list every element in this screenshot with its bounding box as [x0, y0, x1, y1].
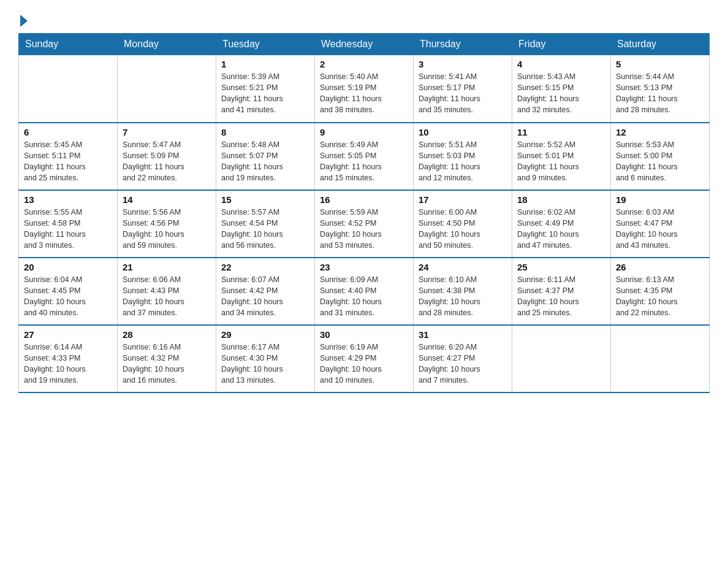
day-info: Sunrise: 6:19 AMSunset: 4:29 PMDaylight:…: [320, 342, 408, 386]
calendar-cell: 17Sunrise: 6:00 AMSunset: 4:50 PMDayligh…: [414, 190, 512, 258]
day-info: Sunrise: 5:57 AMSunset: 4:54 PMDaylight:…: [221, 207, 309, 251]
calendar-cell: 21Sunrise: 6:06 AMSunset: 4:43 PMDayligh…: [118, 258, 216, 325]
calendar-cell: 27Sunrise: 6:14 AMSunset: 4:33 PMDayligh…: [19, 325, 118, 393]
day-info: Sunrise: 5:56 AMSunset: 4:56 PMDaylight:…: [123, 207, 211, 251]
day-info: Sunrise: 5:59 AMSunset: 4:52 PMDaylight:…: [320, 207, 408, 251]
day-info: Sunrise: 6:04 AMSunset: 4:45 PMDaylight:…: [24, 274, 112, 319]
calendar-cell: 19Sunrise: 6:03 AMSunset: 4:47 PMDayligh…: [611, 190, 710, 258]
day-number: 26: [616, 262, 704, 272]
weekday-header-saturday: Saturday: [611, 34, 710, 55]
calendar-cell: 20Sunrise: 6:04 AMSunset: 4:45 PMDayligh…: [19, 258, 118, 325]
calendar-cell: 29Sunrise: 6:17 AMSunset: 4:30 PMDayligh…: [216, 325, 315, 393]
day-info: Sunrise: 6:17 AMSunset: 4:30 PMDaylight:…: [221, 342, 309, 386]
calendar-week-3: 13Sunrise: 5:55 AMSunset: 4:58 PMDayligh…: [19, 190, 710, 258]
day-info: Sunrise: 6:11 AMSunset: 4:37 PMDaylight:…: [517, 274, 605, 319]
weekday-header-thursday: Thursday: [414, 34, 512, 55]
logo-arrow-icon: [20, 15, 28, 27]
page-header: [18, 12, 710, 27]
day-info: Sunrise: 5:47 AMSunset: 5:09 PMDaylight:…: [123, 139, 211, 184]
day-number: 23: [320, 262, 408, 272]
day-number: 25: [517, 262, 605, 272]
logo: [18, 12, 29, 27]
day-number: 19: [616, 194, 704, 205]
calendar-cell: 25Sunrise: 6:11 AMSunset: 4:37 PMDayligh…: [512, 258, 611, 325]
day-info: Sunrise: 6:03 AMSunset: 4:47 PMDaylight:…: [616, 207, 704, 251]
day-info: Sunrise: 6:07 AMSunset: 4:42 PMDaylight:…: [221, 274, 309, 319]
day-number: 14: [123, 194, 211, 205]
day-info: Sunrise: 6:00 AMSunset: 4:50 PMDaylight:…: [419, 207, 507, 251]
calendar-cell: 9Sunrise: 5:49 AMSunset: 5:05 PMDaylight…: [315, 123, 414, 190]
calendar-cell: [118, 55, 216, 123]
weekday-header-tuesday: Tuesday: [216, 34, 315, 55]
calendar-cell: 12Sunrise: 5:53 AMSunset: 5:00 PMDayligh…: [611, 123, 710, 190]
day-number: 13: [24, 194, 112, 205]
day-info: Sunrise: 5:49 AMSunset: 5:05 PMDaylight:…: [320, 139, 408, 184]
day-info: Sunrise: 6:20 AMSunset: 4:27 PMDaylight:…: [419, 342, 507, 386]
calendar-cell: 16Sunrise: 5:59 AMSunset: 4:52 PMDayligh…: [315, 190, 414, 258]
calendar-week-1: 1Sunrise: 5:39 AMSunset: 5:21 PMDaylight…: [19, 55, 710, 123]
day-number: 12: [616, 127, 704, 137]
calendar-cell: 11Sunrise: 5:52 AMSunset: 5:01 PMDayligh…: [512, 123, 611, 190]
calendar-cell: 23Sunrise: 6:09 AMSunset: 4:40 PMDayligh…: [315, 258, 414, 325]
day-number: 9: [320, 127, 408, 137]
day-number: 22: [221, 262, 309, 272]
day-number: 5: [616, 59, 704, 69]
calendar-cell: 4Sunrise: 5:43 AMSunset: 5:15 PMDaylight…: [512, 55, 611, 123]
weekday-header-wednesday: Wednesday: [315, 34, 414, 55]
calendar-week-2: 6Sunrise: 5:45 AMSunset: 5:11 PMDaylight…: [19, 123, 710, 190]
weekday-header-sunday: Sunday: [19, 34, 118, 55]
day-number: 4: [517, 59, 605, 69]
day-number: 31: [419, 329, 507, 340]
calendar-week-5: 27Sunrise: 6:14 AMSunset: 4:33 PMDayligh…: [19, 325, 710, 393]
day-number: 10: [419, 127, 507, 137]
day-info: Sunrise: 6:16 AMSunset: 4:32 PMDaylight:…: [123, 342, 211, 386]
weekday-header-row: SundayMondayTuesdayWednesdayThursdayFrid…: [19, 34, 710, 55]
calendar-body: 1Sunrise: 5:39 AMSunset: 5:21 PMDaylight…: [19, 55, 710, 393]
day-number: 8: [221, 127, 309, 137]
calendar-cell: 13Sunrise: 5:55 AMSunset: 4:58 PMDayligh…: [19, 190, 118, 258]
day-info: Sunrise: 5:41 AMSunset: 5:17 PMDaylight:…: [419, 71, 507, 116]
calendar-cell: [512, 325, 611, 393]
calendar-cell: 14Sunrise: 5:56 AMSunset: 4:56 PMDayligh…: [118, 190, 216, 258]
day-info: Sunrise: 5:55 AMSunset: 4:58 PMDaylight:…: [24, 207, 112, 251]
day-info: Sunrise: 5:52 AMSunset: 5:01 PMDaylight:…: [517, 139, 605, 184]
calendar-cell: 18Sunrise: 6:02 AMSunset: 4:49 PMDayligh…: [512, 190, 611, 258]
calendar-cell: 26Sunrise: 6:13 AMSunset: 4:35 PMDayligh…: [611, 258, 710, 325]
day-info: Sunrise: 5:53 AMSunset: 5:00 PMDaylight:…: [616, 139, 704, 184]
calendar-cell: 6Sunrise: 5:45 AMSunset: 5:11 PMDaylight…: [19, 123, 118, 190]
day-info: Sunrise: 5:40 AMSunset: 5:19 PMDaylight:…: [320, 71, 408, 116]
day-number: 16: [320, 194, 408, 205]
day-number: 20: [24, 262, 112, 272]
weekday-header-monday: Monday: [118, 34, 216, 55]
day-info: Sunrise: 5:43 AMSunset: 5:15 PMDaylight:…: [517, 71, 605, 116]
day-number: 2: [320, 59, 408, 69]
calendar-cell: [19, 55, 118, 123]
weekday-header-friday: Friday: [512, 34, 611, 55]
day-info: Sunrise: 6:06 AMSunset: 4:43 PMDaylight:…: [123, 274, 211, 319]
calendar-header: SundayMondayTuesdayWednesdayThursdayFrid…: [19, 34, 710, 55]
day-info: Sunrise: 5:51 AMSunset: 5:03 PMDaylight:…: [419, 139, 507, 184]
calendar-cell: [611, 325, 710, 393]
day-info: Sunrise: 5:39 AMSunset: 5:21 PMDaylight:…: [221, 71, 309, 116]
day-info: Sunrise: 6:14 AMSunset: 4:33 PMDaylight:…: [24, 342, 112, 386]
day-number: 17: [419, 194, 507, 205]
calendar-cell: 28Sunrise: 6:16 AMSunset: 4:32 PMDayligh…: [118, 325, 216, 393]
calendar-table: SundayMondayTuesdayWednesdayThursdayFrid…: [18, 33, 710, 393]
day-number: 27: [24, 329, 112, 340]
day-info: Sunrise: 6:10 AMSunset: 4:38 PMDaylight:…: [419, 274, 507, 319]
day-number: 15: [221, 194, 309, 205]
calendar-cell: 15Sunrise: 5:57 AMSunset: 4:54 PMDayligh…: [216, 190, 315, 258]
calendar-cell: 2Sunrise: 5:40 AMSunset: 5:19 PMDaylight…: [315, 55, 414, 123]
calendar-week-4: 20Sunrise: 6:04 AMSunset: 4:45 PMDayligh…: [19, 258, 710, 325]
day-info: Sunrise: 5:48 AMSunset: 5:07 PMDaylight:…: [221, 139, 309, 184]
day-number: 6: [24, 127, 112, 137]
day-number: 3: [419, 59, 507, 69]
day-number: 21: [123, 262, 211, 272]
day-number: 1: [221, 59, 309, 69]
calendar-cell: 10Sunrise: 5:51 AMSunset: 5:03 PMDayligh…: [414, 123, 512, 190]
calendar-cell: 8Sunrise: 5:48 AMSunset: 5:07 PMDaylight…: [216, 123, 315, 190]
calendar-cell: 24Sunrise: 6:10 AMSunset: 4:38 PMDayligh…: [414, 258, 512, 325]
calendar-cell: 30Sunrise: 6:19 AMSunset: 4:29 PMDayligh…: [315, 325, 414, 393]
day-number: 7: [123, 127, 211, 137]
calendar-cell: 7Sunrise: 5:47 AMSunset: 5:09 PMDaylight…: [118, 123, 216, 190]
